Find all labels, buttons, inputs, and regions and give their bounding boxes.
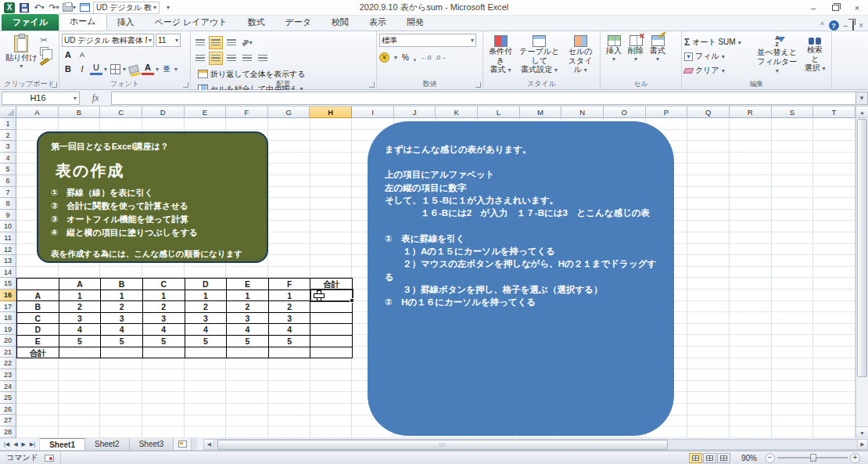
column-header[interactable]: E (185, 106, 227, 118)
table-cell[interactable]: A (59, 279, 102, 290)
column-header[interactable]: I (352, 106, 394, 118)
column-header[interactable]: A (16, 106, 59, 118)
table-cell[interactable]: 3 (143, 313, 185, 325)
tab-split-handle[interactable] (191, 438, 197, 450)
row-header[interactable]: 13 (0, 255, 16, 267)
table-cell[interactable] (143, 347, 185, 359)
table-cell[interactable]: 5 (269, 336, 311, 347)
horizontal-scroll-thumb[interactable]: ||| (217, 440, 667, 450)
column-header[interactable]: Q (687, 106, 730, 118)
table-cell[interactable]: E (227, 279, 269, 290)
comma-icon[interactable]: , (414, 53, 416, 62)
row-header[interactable]: 1 (0, 118, 16, 130)
qat-table-icon[interactable] (78, 2, 91, 14)
column-header[interactable]: F (226, 106, 268, 118)
table-cell[interactable] (17, 279, 59, 290)
table-cell[interactable]: A (17, 290, 59, 302)
vertical-scrollbar[interactable]: ▲ ▼ (855, 106, 868, 438)
column-header[interactable]: H (310, 106, 352, 118)
row-header[interactable]: 2 (0, 130, 16, 142)
sheet-tab-sheet1[interactable]: Sheet1 (40, 438, 85, 450)
phonetic-button[interactable]: 亜 (160, 63, 173, 75)
row-header[interactable]: 23 (0, 369, 16, 381)
row-header[interactable]: 5 (0, 164, 16, 175)
tab-data[interactable]: データ (274, 15, 321, 31)
scroll-down-icon[interactable]: ▼ (856, 426, 868, 438)
row-header[interactable]: 14 (0, 267, 16, 279)
insert-cells-button[interactable]: 挿入 ▾ (603, 34, 625, 79)
fill-color-button[interactable] (127, 63, 140, 75)
table-cell[interactable]: E (17, 336, 59, 347)
row-header[interactable]: 7 (0, 187, 16, 199)
tab-view[interactable]: 表示 (359, 15, 396, 31)
table-cell[interactable]: 4 (101, 324, 143, 336)
decrease-indent-icon[interactable] (240, 52, 254, 65)
table-cell[interactable] (59, 347, 102, 359)
font-dialog-launcher-icon[interactable] (183, 82, 188, 88)
sheet-nav-first-icon[interactable]: |◀ (2, 441, 11, 448)
excel-logo-icon[interactable]: X (3, 2, 16, 14)
table-cell[interactable]: 2 (185, 301, 228, 313)
column-header[interactable]: K (436, 106, 478, 118)
tab-developer[interactable]: 開発 (396, 15, 434, 31)
vertical-scroll-thumb[interactable] (857, 119, 867, 377)
alignment-dialog-launcher-icon[interactable] (369, 82, 375, 88)
table-cell[interactable]: 1 (269, 290, 311, 302)
zoom-level[interactable]: 90% (738, 454, 760, 462)
table-cell[interactable] (310, 313, 353, 325)
copy-icon[interactable] (40, 47, 48, 56)
table-cell[interactable]: D (17, 324, 59, 336)
table-cell[interactable] (310, 324, 353, 336)
selected-cell-h16[interactable] (310, 289, 353, 302)
percent-icon[interactable]: % (402, 53, 409, 62)
font-color-dropdown-icon[interactable]: ▾ (156, 66, 159, 73)
format-as-table-button[interactable]: テーブルとして 書式設定 ▾ (515, 34, 563, 79)
column-header[interactable]: S (772, 106, 814, 118)
row-header[interactable]: 21 (0, 347, 16, 358)
row-header[interactable]: 22 (0, 358, 16, 369)
align-bottom-icon[interactable] (224, 36, 239, 49)
row-header[interactable]: 25 (0, 392, 16, 404)
paste-dropdown-icon[interactable]: ▾ (20, 63, 23, 70)
clipboard-dialog-launcher-icon[interactable] (52, 82, 57, 88)
number-format-select[interactable]: 標準▾ (379, 34, 476, 47)
bold-button[interactable]: B (62, 63, 74, 75)
table-cell[interactable]: 1 (185, 290, 228, 302)
table-cell[interactable]: 3 (269, 313, 311, 325)
table-cell[interactable] (269, 347, 311, 359)
format-painter-icon[interactable] (40, 58, 49, 66)
table-cell[interactable]: 5 (227, 336, 269, 347)
column-header[interactable]: B (59, 106, 101, 118)
row-header[interactable]: 27 (0, 415, 16, 426)
table-cell[interactable]: 3 (227, 313, 269, 325)
tab-home[interactable]: ホーム (59, 13, 107, 31)
qat-print-icon[interactable]: ▾ (63, 2, 76, 14)
table-cell[interactable]: 4 (59, 324, 102, 336)
name-box[interactable]: H16 ▾ (2, 92, 80, 105)
view-normal-icon[interactable] (689, 453, 702, 463)
row-header[interactable]: 12 (0, 244, 16, 256)
table-cell[interactable]: 2 (101, 301, 143, 313)
column-header[interactable]: J (394, 106, 436, 118)
number-dialog-launcher-icon[interactable] (475, 82, 481, 88)
horizontal-scrollbar[interactable]: ◀ ||| ▶ (203, 438, 868, 450)
table-cell[interactable]: 1 (59, 290, 102, 302)
column-header[interactable]: N (561, 106, 604, 118)
insert-worksheet-button[interactable] (174, 438, 191, 450)
decrease-decimal-icon[interactable]: .0→ (436, 54, 446, 61)
tab-insert[interactable]: 挿入 (107, 15, 145, 31)
table-cell[interactable]: 5 (143, 336, 185, 347)
sheet-tab-sheet3[interactable]: Sheet3 (130, 438, 174, 450)
table-cell[interactable]: 合計 (17, 347, 59, 359)
table-cell[interactable]: C (143, 279, 185, 290)
paste-button[interactable]: 貼り付け ▾ (2, 34, 40, 79)
format-cells-button[interactable]: 書式 ▾ (647, 34, 669, 79)
tab-file[interactable]: ファイル (2, 14, 59, 31)
autosum-button[interactable]: Σ オート SUM▾ (684, 35, 753, 49)
restore-button[interactable] (824, 1, 846, 15)
scroll-right-icon[interactable]: ▶ (857, 439, 868, 450)
table-cell[interactable]: F (269, 279, 311, 290)
view-page-break-icon[interactable] (717, 453, 730, 463)
table-cell[interactable]: 4 (227, 324, 269, 336)
scroll-left-icon[interactable]: ◀ (203, 439, 214, 450)
